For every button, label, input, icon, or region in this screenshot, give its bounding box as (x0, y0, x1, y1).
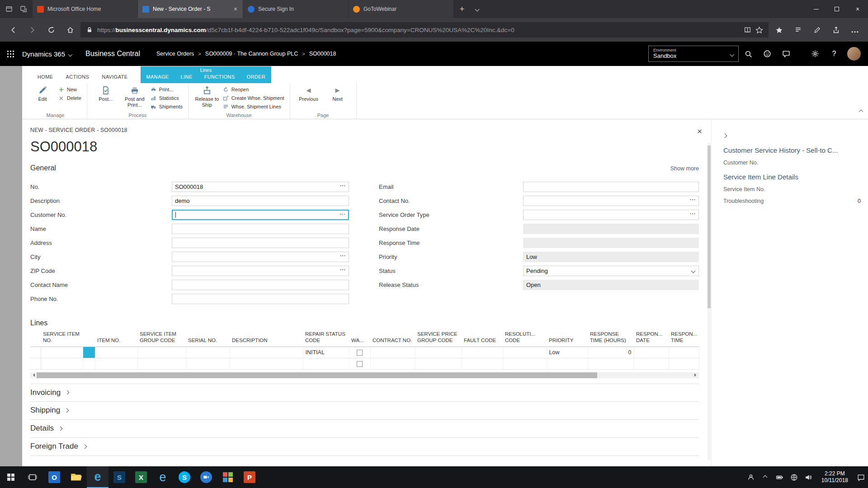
tab-list-chevron-icon[interactable] (470, 0, 484, 18)
column-blank[interactable] (83, 331, 95, 347)
dropdown-chevron-icon[interactable] (691, 269, 696, 273)
contract-no-cell[interactable] (370, 347, 415, 358)
scrollbar-thumb[interactable] (37, 372, 597, 378)
priority-cell[interactable] (547, 358, 588, 369)
ribbon-tab-line[interactable]: LINE (175, 73, 198, 83)
app-launcher-icon[interactable] (7, 51, 14, 57)
response-time-cell[interactable] (669, 347, 699, 358)
column-resolution-code[interactable]: RESOLUTI... CODE (503, 331, 547, 347)
column-item-no[interactable]: ITEM NO. (95, 331, 137, 347)
priority-cell[interactable]: Low (547, 347, 588, 358)
service-order-type-field[interactable]: ... (523, 210, 699, 220)
column-warranty[interactable]: WA... (349, 331, 370, 347)
card-vertical-scrollbar[interactable] (708, 143, 711, 460)
task-view-button[interactable] (22, 466, 43, 488)
browser-tab-gotowebinar[interactable]: GoToWebinar (349, 0, 453, 18)
card-close-icon[interactable]: × (697, 127, 702, 136)
item-no-cell[interactable] (95, 347, 137, 358)
new-button[interactable]: New (58, 86, 81, 93)
repair-status-code-cell[interactable] (303, 358, 349, 369)
column-service-item-group-code[interactable]: SERVICE ITEM GROUP CODE (137, 331, 186, 347)
factbox-collapse-icon[interactable] (723, 131, 726, 139)
tray-user-icon[interactable] (744, 466, 758, 488)
edit-button[interactable]: Edit (29, 84, 56, 112)
ribbon-tab-functions[interactable]: FUNCTIONS (198, 73, 241, 83)
share-icon[interactable] (827, 21, 844, 38)
column-response-time[interactable]: RESPON... TIME (669, 331, 699, 347)
taskbar-skype-business-icon[interactable]: S (108, 466, 130, 488)
app-name[interactable]: Business Central (85, 50, 140, 58)
breadcrumb-so000009[interactable]: SO000009 · The Cannon Group PLC (205, 51, 298, 57)
service-item-group-code-cell[interactable] (137, 347, 186, 358)
taskbar-powerpoint-icon[interactable]: P (239, 466, 260, 488)
table-row[interactable] (30, 358, 699, 369)
response-date-cell[interactable] (634, 358, 669, 369)
service-item-group-code-cell[interactable] (137, 358, 186, 369)
browser-more-icon[interactable]: … (846, 21, 863, 38)
factbox-title-customer-service-history[interactable]: Customer Service History - Sell-to C... (723, 146, 861, 154)
lookup-icon[interactable]: ... (690, 195, 696, 202)
warranty-checkbox[interactable] (357, 350, 363, 356)
breadcrumb-service-orders[interactable]: Service Orders (156, 51, 194, 57)
contract-no-cell[interactable] (370, 358, 415, 369)
chat-icon[interactable] (777, 45, 796, 63)
row-selector-cell[interactable] (30, 358, 41, 369)
column-row-selector[interactable] (30, 331, 41, 347)
blank-cell[interactable] (83, 358, 95, 369)
address-field[interactable] (172, 238, 349, 248)
feedback-smiley-icon[interactable] (758, 45, 777, 63)
column-fault-code[interactable]: FAULT CODE (462, 331, 503, 347)
serial-no-cell[interactable] (186, 358, 230, 369)
section-shipping[interactable]: Shipping (30, 402, 699, 420)
hub-icon[interactable] (789, 21, 807, 38)
resolution-code-cell[interactable] (503, 347, 547, 358)
statistics-button[interactable]: Statistics (151, 94, 183, 102)
service-item-no-cell[interactable] (41, 358, 83, 369)
fault-code-cell[interactable] (462, 347, 503, 358)
section-invoicing[interactable]: Invoicing (30, 384, 699, 402)
delete-button[interactable]: Delete (58, 94, 81, 102)
column-service-item-no[interactable]: SERVICE ITEM NO. (41, 331, 83, 347)
warranty-checkbox[interactable] (357, 361, 363, 367)
description-cell[interactable] (230, 358, 303, 369)
settings-gear-icon[interactable] (806, 45, 825, 63)
ribbon-tab-home[interactable]: HOME (31, 74, 60, 83)
browser-tab-office-home[interactable]: Microsoft Office Home (33, 0, 137, 18)
url-field[interactable]: https://businesscentral.dynamics.com/d5c… (80, 22, 769, 38)
reading-view-icon[interactable] (744, 26, 751, 34)
column-priority[interactable]: PRIORITY (547, 331, 588, 347)
row-selector-cell[interactable] (30, 347, 41, 358)
window-maximize-button[interactable] (826, 0, 847, 18)
contact-no-field[interactable]: ... (523, 196, 699, 206)
environment-selector[interactable]: Environment Sandbox (648, 46, 739, 62)
ribbon-tab-actions[interactable]: ACTIONS (60, 74, 96, 83)
breadcrumb-so000018[interactable]: SO000018 (309, 51, 336, 57)
forward-button[interactable] (24, 21, 41, 38)
tray-network-icon[interactable] (787, 466, 802, 488)
scroll-left-icon[interactable] (30, 372, 37, 378)
favorites-bar-icon[interactable] (770, 21, 788, 38)
window-close-button[interactable]: × (847, 0, 868, 18)
tab-close-icon[interactable]: × (233, 5, 238, 13)
window-minimize-button[interactable] (806, 0, 826, 18)
taskbar-internet-explorer-icon[interactable]: e (152, 466, 174, 488)
new-tab-button[interactable]: + (454, 0, 470, 18)
show-more-link[interactable]: Show more (670, 165, 699, 172)
taskbar-skype-icon[interactable]: S (174, 466, 195, 488)
response-time-hours-cell[interactable]: 0 (588, 347, 634, 358)
previous-button[interactable]: ◀ Previous (296, 84, 322, 112)
column-response-date[interactable]: RESPON... DATE (634, 331, 669, 347)
column-description[interactable]: DESCRIPTION (230, 331, 303, 347)
selected-cell[interactable] (83, 347, 95, 358)
description-field[interactable]: demo (172, 196, 349, 206)
factbox-title-service-item-line-details[interactable]: Service Item Line Details (723, 173, 861, 181)
lookup-icon[interactable]: ... (690, 209, 696, 216)
home-button[interactable] (61, 21, 79, 38)
service-price-group-code-cell[interactable] (415, 347, 462, 358)
lookup-icon[interactable]: ... (340, 251, 346, 258)
whse-shipment-lines-button[interactable]: Whse. Shipment Lines (223, 103, 284, 110)
post-and-print-button[interactable]: Post and Print... (122, 84, 148, 112)
reopen-button[interactable]: Reopen (223, 86, 284, 93)
warranty-cell[interactable] (349, 347, 370, 358)
no-field[interactable]: SO000018... (172, 182, 349, 192)
